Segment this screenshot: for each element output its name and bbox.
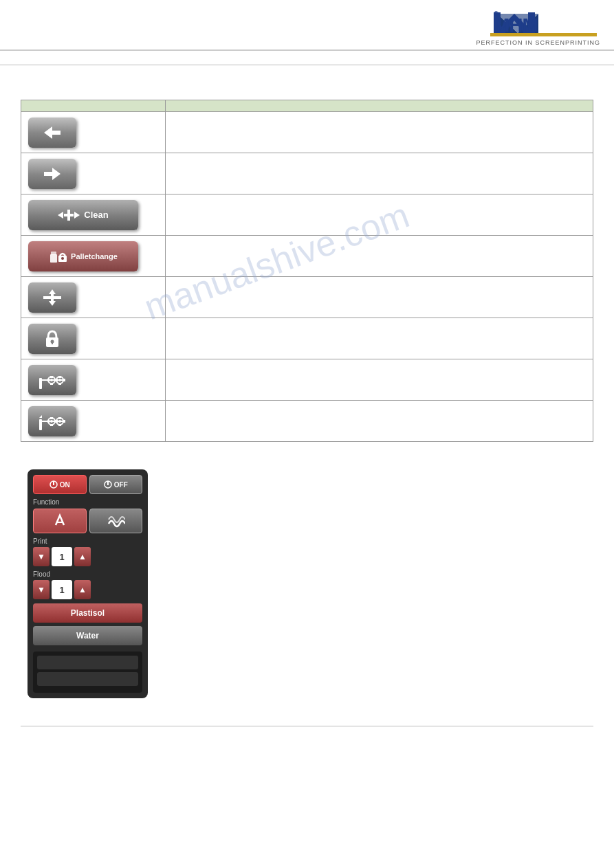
table-row xyxy=(21,401,593,442)
svg-point-41 xyxy=(50,420,53,423)
arrow-right-cell xyxy=(21,153,166,194)
svg-rect-48 xyxy=(58,417,61,419)
svg-marker-18 xyxy=(49,301,56,306)
table-row xyxy=(21,112,593,153)
print-increase-button[interactable]: ▲ xyxy=(74,547,91,566)
height-adjust-button[interactable] xyxy=(28,282,76,313)
svg-rect-14 xyxy=(51,252,56,255)
logo-tagline: PERFECTION IN SCREENPRINTING xyxy=(476,39,600,46)
svg-rect-20 xyxy=(51,294,54,301)
svg-rect-49 xyxy=(58,424,61,426)
svg-text:®: ® xyxy=(494,10,499,18)
button-reference-table: Clean xyxy=(21,100,593,442)
function-wave-button[interactable] xyxy=(89,509,143,533)
svg-rect-44 xyxy=(47,420,50,423)
svg-text:MHM: MHM xyxy=(494,14,538,36)
function-label: Function xyxy=(33,498,142,506)
svg-rect-34 xyxy=(58,376,61,378)
lock-icon xyxy=(43,329,62,349)
arrow-left-cell xyxy=(21,112,166,153)
svg-marker-7 xyxy=(44,168,61,180)
clean-button[interactable]: Clean xyxy=(28,200,138,230)
svg-rect-13 xyxy=(50,254,57,263)
arrow-right-button[interactable] xyxy=(28,159,76,189)
ink-type-section: Plastisol Water xyxy=(33,603,142,649)
svg-point-33 xyxy=(58,379,61,381)
svg-marker-9 xyxy=(74,212,80,219)
svg-rect-38 xyxy=(39,419,42,430)
col1-header xyxy=(21,100,166,112)
arrow-right-description xyxy=(166,153,593,194)
svg-rect-56 xyxy=(107,481,109,485)
function-row xyxy=(33,509,142,533)
flood-on-icon xyxy=(38,412,67,430)
power-on-button[interactable]: ON xyxy=(33,475,87,494)
print-stepper-row: ▼ 1 ▲ xyxy=(33,547,142,566)
plastisol-button[interactable]: Plastisol xyxy=(33,603,142,623)
main-content: Clean xyxy=(0,79,614,712)
page-header: MHM ® PERFECTION IN SCREENPRINTING xyxy=(0,0,614,51)
power-on-icon xyxy=(50,480,58,489)
flood-on-cell xyxy=(21,401,166,442)
wave-icon xyxy=(106,511,125,531)
arrow-left-icon xyxy=(43,125,62,140)
arrow-left-button[interactable] xyxy=(28,118,76,148)
svg-rect-37 xyxy=(63,379,65,381)
footer-divider xyxy=(21,726,593,726)
table-row xyxy=(21,359,593,401)
control-panel: ON OFF Function xyxy=(28,469,148,698)
flood-increase-button[interactable]: ▲ xyxy=(74,580,91,599)
svg-rect-12 xyxy=(70,214,74,216)
flood-on-button[interactable] xyxy=(28,406,76,436)
lock-description xyxy=(166,318,593,359)
flood-stepper: ▼ 1 ▲ xyxy=(33,580,91,599)
lock-button[interactable] xyxy=(28,324,76,354)
on-label: ON xyxy=(60,481,70,489)
table-row xyxy=(21,153,593,194)
power-off-button[interactable]: OFF xyxy=(89,475,143,494)
water-button[interactable]: Water xyxy=(33,626,142,645)
print-label: Print xyxy=(33,537,142,545)
table-row xyxy=(21,277,593,318)
svg-rect-30 xyxy=(47,379,50,381)
clean-label: Clean xyxy=(84,210,108,220)
svg-point-27 xyxy=(50,379,53,381)
print-decrease-button[interactable]: ▼ xyxy=(33,547,50,566)
svg-rect-42 xyxy=(50,417,53,419)
function-squeeze-button[interactable] xyxy=(33,509,87,533)
logo-area: MHM ® PERFECTION IN SCREENPRINTING xyxy=(476,7,600,46)
print-on-icon xyxy=(38,371,67,389)
svg-rect-54 xyxy=(53,481,54,485)
arrow-left-description xyxy=(166,112,593,153)
flood-value: 1 xyxy=(52,580,72,599)
palletchange-icon-group: Palletchange xyxy=(49,249,118,264)
arrow-right-icon xyxy=(43,166,62,181)
svg-marker-52 xyxy=(39,415,42,418)
svg-rect-24 xyxy=(39,378,42,389)
table-row: Clean xyxy=(21,194,593,236)
svg-marker-6 xyxy=(44,126,61,139)
print-value: 1 xyxy=(52,547,72,566)
mhm-logo: MHM ® xyxy=(490,7,600,38)
svg-rect-43 xyxy=(50,424,53,426)
flood-decrease-button[interactable]: ▼ xyxy=(33,580,50,599)
palletchange-button[interactable]: Palletchange xyxy=(28,241,138,271)
flood-label: Flood xyxy=(33,570,142,578)
svg-point-16 xyxy=(61,257,64,260)
svg-rect-35 xyxy=(58,383,61,385)
print-on-button[interactable] xyxy=(28,365,76,395)
svg-rect-11 xyxy=(64,214,67,216)
svg-point-47 xyxy=(58,420,61,423)
height-cell xyxy=(21,277,166,318)
svg-marker-8 xyxy=(58,212,63,219)
svg-rect-10 xyxy=(67,210,70,221)
svg-marker-17 xyxy=(49,289,56,294)
flood-stepper-row: ▼ 1 ▲ xyxy=(33,580,142,599)
table-row xyxy=(21,318,593,359)
print-on-description xyxy=(166,359,593,401)
palletchange-label: Palletchange xyxy=(71,252,118,260)
lock-cell xyxy=(21,318,166,359)
off-label: OFF xyxy=(114,481,128,489)
table-row: Palletchange xyxy=(21,236,593,277)
height-icon xyxy=(39,288,65,307)
